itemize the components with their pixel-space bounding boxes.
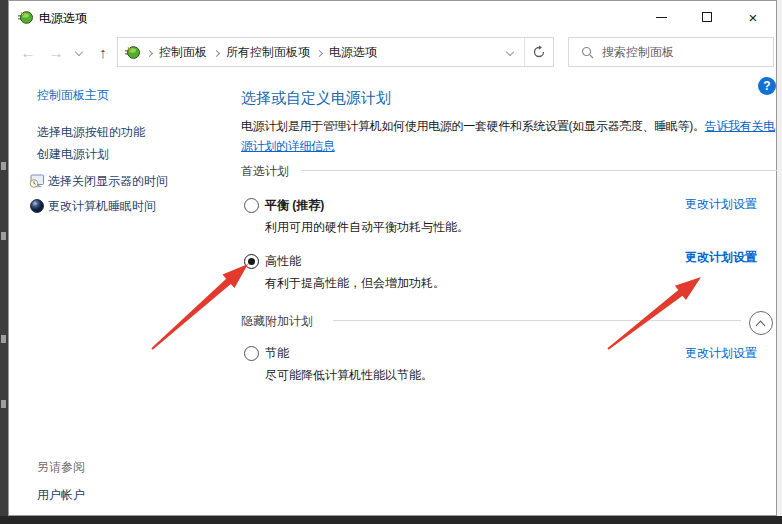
sidebar-item-power-buttons[interactable]: 选择电源按钮的功能 — [37, 124, 145, 140]
up-button[interactable]: ↑ — [93, 42, 113, 62]
chevron-up-icon — [756, 321, 766, 331]
power-options-icon — [124, 44, 140, 60]
forward-button[interactable]: → — [46, 42, 66, 62]
desktop-edge-fragment — [1, 232, 6, 240]
desktop-edge-fragment — [1, 162, 6, 170]
plan-name-high-performance[interactable]: 高性能 — [265, 253, 301, 269]
power-options-window: 电源选项 × ← → ↑ 控制面板 — [8, 0, 777, 516]
main-content: ? 选择或自定义电源计划 电源计划是用于管理计算机如何使用电源的一套硬件和系统设… — [241, 70, 777, 517]
address-bar[interactable]: 控制面板 所有控制面板项 电源选项 — [117, 37, 554, 67]
breadcrumb-separator-icon — [147, 45, 152, 59]
divider — [333, 320, 741, 321]
desktop-edge-fragment — [1, 400, 6, 408]
plan-name-balanced[interactable]: 平衡 (推荐) — [265, 197, 324, 213]
sidebar-item-create-plan[interactable]: 创建电源计划 — [37, 146, 109, 162]
minimize-icon — [656, 17, 667, 18]
breadcrumb-all-items[interactable]: 所有控制面板项 — [226, 44, 310, 61]
maximize-button[interactable] — [684, 1, 730, 33]
desktop-edge-left — [0, 0, 8, 524]
plan-description: 电源计划是用于管理计算机如何使用电源的一套硬件和系统设置(如显示器亮度、睡眠等)… — [241, 116, 781, 156]
collapse-hidden-plans-button[interactable] — [749, 311, 773, 335]
chevron-down-icon — [506, 48, 514, 56]
change-plan-settings-link-balanced[interactable]: 更改计划设置 — [685, 196, 757, 212]
search-input[interactable] — [602, 45, 752, 59]
sidebar-item-user-accounts[interactable]: 用户帐户 — [37, 487, 85, 503]
radio-power-saver[interactable] — [244, 346, 259, 361]
help-button[interactable]: ? — [758, 77, 776, 95]
sidebar-item-change-sleep-time[interactable]: 更改计算机睡眠时间 — [48, 198, 156, 214]
desktop-edge-fragment — [1, 335, 6, 343]
sidebar-item-control-panel-home[interactable]: 控制面板主页 — [37, 87, 109, 103]
navigation-bar: ← → ↑ 控制面板 所有控制面板项 电源选项 — [9, 33, 776, 70]
sidebar: 控制面板主页 选择电源按钮的功能 创建电源计划 选择关闭显示器的时间 — [9, 70, 233, 517]
page-title: 选择或自定义电源计划 — [241, 89, 391, 108]
breadcrumb-separator-icon — [214, 45, 219, 59]
sleep-moon-icon — [29, 198, 45, 214]
recent-pages-dropdown[interactable] — [69, 42, 89, 62]
description-text: 电源计划是用于管理计算机如何使用电源的一套硬件和系统设置(如显示器亮度、睡眠等)… — [241, 119, 705, 133]
plan-desc-high-performance: 有利于提高性能，但会增加功耗。 — [265, 275, 445, 291]
back-button[interactable]: ← — [18, 42, 38, 62]
chevron-down-icon — [75, 48, 83, 56]
question-mark-icon: ? — [763, 79, 770, 93]
minimize-button[interactable] — [638, 1, 684, 33]
see-also-label: 另请参阅 — [37, 459, 85, 475]
breadcrumb-separator-icon — [317, 45, 322, 59]
title-bar: 电源选项 × — [9, 1, 776, 33]
screen: 电源选项 × ← → ↑ 控制面板 — [0, 0, 782, 524]
close-button[interactable]: × — [730, 1, 776, 33]
refresh-button[interactable] — [525, 38, 553, 66]
plan-desc-power-saver: 尽可能降低计算机性能以节能。 — [265, 367, 433, 383]
window-title: 电源选项 — [39, 10, 87, 27]
plan-desc-balanced: 利用可用的硬件自动平衡功耗与性能。 — [265, 219, 469, 235]
plan-name-power-saver[interactable]: 节能 — [265, 345, 289, 361]
preferred-plans-section-label: 首选计划 — [241, 163, 289, 179]
change-plan-settings-link-power-saver[interactable]: 更改计划设置 — [685, 345, 757, 361]
search-icon — [581, 46, 594, 59]
maximize-icon — [702, 12, 712, 22]
address-dropdown-button[interactable] — [496, 38, 524, 66]
hidden-plans-section-label: 隐藏附加计划 — [241, 313, 313, 329]
refresh-icon — [532, 45, 546, 59]
search-box[interactable] — [568, 37, 774, 67]
display-clock-icon — [29, 173, 45, 189]
divider — [301, 170, 777, 171]
change-plan-settings-link-high-performance[interactable]: 更改计划设置 — [685, 249, 757, 265]
close-icon: × — [749, 10, 758, 25]
power-options-icon — [17, 9, 33, 25]
desktop-edge-bottom — [0, 516, 782, 524]
breadcrumb-power-options[interactable]: 电源选项 — [329, 44, 377, 61]
radio-balanced[interactable] — [244, 198, 259, 213]
breadcrumb-control-panel[interactable]: 控制面板 — [159, 44, 207, 61]
sidebar-item-turn-off-display[interactable]: 选择关闭显示器的时间 — [48, 173, 168, 189]
window-controls: × — [638, 1, 776, 33]
radio-high-performance[interactable] — [244, 254, 259, 269]
